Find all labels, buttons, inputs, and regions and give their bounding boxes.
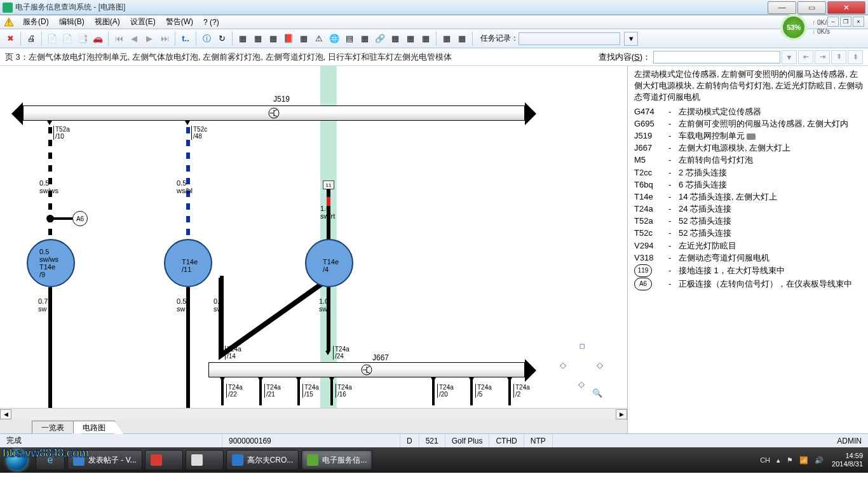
pan-up-icon[interactable]: ◇ — [574, 339, 589, 353]
taskbar-app-button[interactable] — [186, 450, 224, 470]
task-field[interactable] — [519, 32, 620, 45]
search-prev-button[interactable]: ⇤ — [798, 50, 813, 64]
ime-indicator[interactable]: CH — [760, 456, 770, 464]
scroll-right-icon[interactable]: ▶ — [616, 409, 627, 419]
tb-refresh-icon[interactable]: ↻ — [215, 32, 229, 46]
tab-circuit[interactable]: 电路图 — [73, 421, 115, 433]
diagram-pin-tag: T24a /22 — [226, 384, 243, 398]
camera-icon — [747, 133, 756, 140]
menu-service[interactable]: 服务(D) — [18, 15, 54, 29]
tb-print-icon[interactable]: 🖨 — [24, 32, 38, 46]
speed-percent[interactable]: 53% — [780, 14, 807, 41]
diagram-branch-a6 — [50, 217, 72, 220]
tb-doc2-icon[interactable]: 📄 — [60, 32, 74, 46]
diagram-h-scrollbar[interactable]: ◀ ▶ — [0, 408, 627, 419]
tb-doc1-icon[interactable]: 📄 — [45, 32, 59, 46]
semiconductor-icon — [268, 107, 280, 119]
legend-value: 14 芯插头连接, 左侧大灯上 — [679, 191, 863, 203]
tray-clock[interactable]: 14:59 2014/8/31 — [832, 452, 863, 468]
search-label: 查找内容(S)： — [599, 51, 651, 63]
tb-delete-icon[interactable]: ✖ — [3, 32, 17, 46]
diagram-pin-tag: T24a /21 — [264, 384, 281, 398]
tb-warn-icon[interactable]: ⚠ — [312, 32, 326, 46]
search-dropdown-icon[interactable]: ▼ — [782, 50, 797, 64]
diagram-wire-stub — [330, 377, 333, 405]
tb-globe-icon[interactable]: 🌐 — [327, 32, 341, 46]
search-down-button[interactable]: ⇟ — [848, 50, 863, 64]
child-minimize-button[interactable]: – — [827, 17, 839, 27]
diagram-canvas[interactable]: J519 T52a /10 0.5sw/ws A6 0.5 sw/ws T14e… — [0, 66, 627, 408]
diagram-wire-3c — [327, 287, 330, 351]
tb-g6-icon[interactable]: 🔗 — [373, 32, 387, 46]
tb-g5-icon[interactable]: ▦ — [358, 32, 372, 46]
legend-row: V318-左侧动态弯道灯伺服电机 — [634, 252, 863, 264]
legend-row: J667-左侧大灯电源模块, 左侧大灯上 — [634, 142, 863, 154]
taskbar-app-button[interactable]: 高尔夫CRO... — [226, 450, 299, 470]
diagram-column: J519 T52a /10 0.5sw/ws A6 0.5 sw/ws T14e… — [0, 66, 628, 433]
tray-network-icon[interactable]: 📶 — [799, 456, 808, 464]
search-next-button[interactable]: ⇥ — [815, 50, 830, 64]
status-model: Golf Plus — [445, 434, 490, 447]
tb-doc3-icon[interactable]: 📑 — [76, 32, 90, 46]
minimize-button[interactable]: — — [768, 1, 796, 14]
legend-panel: 左摆动模式定位传感器, 左前侧可变照明的伺服马达传感器, 左侧大灯电源模块, 左… — [628, 66, 868, 433]
tb-pick-icon[interactable]: ▾ — [624, 32, 638, 46]
tb-last-icon[interactable]: ⏭ — [158, 32, 172, 46]
tb-g9-icon[interactable]: ▦ — [419, 32, 433, 46]
legend-value: 左摆动模式定位传感器 — [679, 106, 863, 118]
child-window-controls: – ❐ × — [826, 17, 864, 27]
tb-tool-t-icon[interactable]: t.. — [179, 32, 193, 46]
tray-chevron-icon[interactable]: ▴ — [776, 456, 780, 464]
diagram-label-j519: J519 — [273, 95, 290, 104]
menu-edit[interactable]: 编辑(B) — [54, 15, 90, 29]
diagram-pan-nav: ◇ ◇ ◇ ◇ 🔍 — [553, 341, 610, 398]
status-ntp: NTP — [524, 434, 553, 447]
tb-g7-icon[interactable]: ▦ — [388, 32, 402, 46]
legend-row: T24a-24 芯插头连接 — [634, 203, 863, 215]
zoom-icon[interactable]: 🔍 — [592, 388, 602, 398]
menu-view[interactable]: 视图(A) — [90, 15, 125, 29]
tb-g8-icon[interactable]: ▦ — [403, 32, 417, 46]
pan-down-icon[interactable]: ◇ — [576, 379, 587, 389]
tb-book-icon[interactable]: 📕 — [281, 32, 295, 46]
tb-extra1-icon[interactable]: ▦ — [440, 32, 454, 46]
search-input[interactable] — [653, 51, 780, 64]
diagram-pin-tag: T24a /20 — [437, 384, 454, 398]
tb-g3-icon[interactable]: ▦ — [266, 32, 280, 46]
maximize-button[interactable]: ▭ — [797, 1, 826, 14]
tb-g1-icon[interactable]: ▦ — [236, 32, 250, 46]
tb-info-icon[interactable]: ⓘ — [200, 32, 214, 46]
taskbar-app-button[interactable] — [145, 450, 183, 470]
tb-next-icon[interactable]: ▶ — [142, 32, 156, 46]
tb-first-icon[interactable]: ⏮ — [112, 32, 126, 46]
menu-warnings[interactable]: 警告(W) — [161, 15, 198, 29]
taskbar-app-icon — [191, 454, 203, 466]
tb-car-icon[interactable]: 🚗 — [91, 32, 105, 46]
pan-right-icon[interactable]: ◇ — [595, 360, 605, 370]
tray-volume-icon[interactable]: 🔊 — [815, 456, 824, 464]
tb-prev-icon[interactable]: ◀ — [127, 32, 141, 46]
child-close-button[interactable]: × — [853, 17, 864, 27]
diagram-bus-arrow-left — [11, 102, 23, 125]
close-button[interactable]: ✕ — [827, 1, 865, 14]
child-restore-button[interactable]: ❐ — [840, 17, 851, 27]
tb-extra2-icon[interactable]: ▦ — [455, 32, 469, 46]
legend-symbol: A6 — [634, 278, 652, 290]
tray-flag-icon[interactable]: ⚑ — [787, 456, 793, 464]
tb-g4-icon[interactable]: ▦ — [297, 32, 311, 46]
legend-row: T14e-14 芯插头连接, 左侧大灯上 — [634, 191, 863, 203]
legend-value: 左侧大灯电源模块, 左侧大灯上 — [679, 142, 863, 154]
pan-left-icon[interactable]: ◇ — [558, 360, 568, 370]
menu-help[interactable]: ? (?) — [198, 17, 224, 28]
scroll-left-icon[interactable]: ◀ — [0, 409, 11, 419]
semiconductor-icon — [360, 363, 373, 376]
taskbar-app-button[interactable]: 电子服务信... — [301, 450, 372, 470]
legend-key: G695 — [634, 118, 668, 130]
tab-overview[interactable]: 一览表 — [32, 421, 74, 433]
search-up-button[interactable]: ⇞ — [831, 50, 846, 64]
menu-settings[interactable]: 设置(E) — [125, 15, 161, 29]
main-area: J519 T52a /10 0.5sw/ws A6 0.5 sw/ws T14e… — [0, 66, 868, 433]
tb-g2-icon[interactable]: ▦ — [251, 32, 265, 46]
tb-calc-icon[interactable]: ▤ — [342, 32, 356, 46]
warning-icon: ! — [4, 17, 14, 27]
